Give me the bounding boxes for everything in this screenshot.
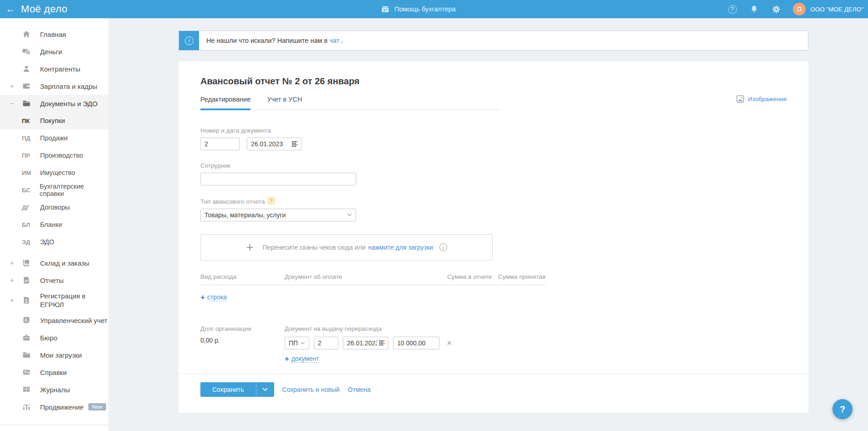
help-button[interactable]: ? <box>727 4 737 14</box>
overspend-amount-input[interactable] <box>393 337 439 349</box>
images-link-label: Изображения <box>748 96 786 103</box>
images-link[interactable]: Изображения <box>736 95 786 103</box>
subitem-code: ПД <box>22 135 40 142</box>
svg-text:₽: ₽ <box>25 318 27 323</box>
expand-plus-icon[interactable]: + <box>10 296 14 305</box>
expand-plus-icon[interactable]: + <box>10 259 14 267</box>
sidebar-item-promotion[interactable]: Продвижение New <box>0 398 108 416</box>
sidebar-item-documents-edo[interactable]: − Документы и ЭДО <box>0 95 108 112</box>
sidebar-item-warehouse[interactable]: + Склад и заказы <box>0 254 108 272</box>
new-badge: New <box>88 403 106 410</box>
save-and-new-link[interactable]: Сохранить и новый <box>282 386 340 393</box>
sidebar: Главная ₽ Деньги Контрагенты + <box>0 18 108 431</box>
tab-usn-accounting[interactable]: Учет в УСН <box>267 96 302 109</box>
notifications-button[interactable] <box>749 4 759 14</box>
chat-link[interactable]: чат <box>329 37 339 44</box>
subitem-label: Договоры <box>40 204 70 211</box>
save-split-button[interactable]: Сохранить <box>200 382 274 397</box>
sidebar-subitem-blanks[interactable]: БЛ Бланки <box>0 216 108 233</box>
plus-icon: + <box>200 293 205 301</box>
sidebar-label: Контрагенты <box>40 65 80 73</box>
sidebar-item-egrul-registration[interactable]: + Регистрация в ЕГРЮЛ <box>0 289 108 312</box>
app-logo[interactable]: Моё дело <box>21 3 67 15</box>
top-right-controls: ? O <box>727 0 863 18</box>
employee-block: Сотрудник <box>200 162 786 185</box>
sidebar-subitem-contracts[interactable]: ДГ Договоры <box>0 199 108 216</box>
sidebar-item-money[interactable]: ₽ Деньги <box>0 43 108 60</box>
cart-icon <box>22 258 31 267</box>
sidebar-item-home[interactable]: Главная <box>0 26 108 43</box>
save-button[interactable]: Сохранить <box>200 382 256 397</box>
tab-editing[interactable]: Редактирование <box>200 96 250 110</box>
book-icon <box>22 385 31 394</box>
subitem-code: ПК <box>22 118 40 124</box>
documents-submenu: ПК Покупки ПД Продажи ПР Производство ИМ… <box>0 112 108 251</box>
folder-icon <box>22 350 31 359</box>
expense-table-header: Вид расхода Документ об оплате Сумма в о… <box>200 273 546 285</box>
subitem-label: Имущество <box>40 169 75 176</box>
receipt-upload-dropzone[interactable]: + Перенесите сканы чеков сюда или нажмит… <box>200 234 493 261</box>
sidebar-label: Деньги <box>40 48 62 56</box>
sidebar-item-reports[interactable]: + Отчеты <box>0 272 108 289</box>
calendar-icon[interactable] <box>379 340 385 346</box>
subitem-label: Покупки <box>40 117 65 124</box>
info-icon[interactable]: i <box>439 243 447 251</box>
back-arrow-icon[interactable]: ← <box>0 4 21 15</box>
sidebar-label: Справки <box>40 369 67 376</box>
add-document-link[interactable]: + документ <box>285 355 319 363</box>
wallet-icon <box>22 82 31 91</box>
overspend-doc-number-input[interactable] <box>314 337 338 349</box>
remove-document-button[interactable]: × <box>447 338 452 348</box>
info-banner: i Не нашли что искали? Напишите нам в ча… <box>179 31 808 51</box>
subitem-code: ДГ <box>22 204 40 211</box>
sidebar-item-salary[interactable]: + Зарплата и кадры <box>0 77 108 95</box>
cancel-link[interactable]: Отмена <box>348 386 371 393</box>
report-check-icon <box>22 276 31 285</box>
overspend-label: Документ на выдачу перерасхода <box>285 325 452 332</box>
plus-icon: + <box>285 355 289 363</box>
sidebar-subitem-purchases[interactable]: ПК Покупки <box>0 112 108 129</box>
sidebar-subitem-property[interactable]: ИМ Имущество <box>0 164 108 181</box>
info-icon: i <box>185 36 194 45</box>
collapse-minus-icon[interactable]: − <box>10 100 14 107</box>
upload-link[interactable]: нажмите для загрузки <box>368 244 433 251</box>
sidebar-subitem-production[interactable]: ПР Производство <box>0 147 108 164</box>
sidebar-item-my-uploads[interactable]: Мои загрузки <box>0 346 108 364</box>
expand-plus-icon[interactable]: + <box>10 277 14 284</box>
report-type-select[interactable]: Товары, материалы, услуги <box>200 209 356 221</box>
support-chat-button[interactable]: ? <box>832 399 853 419</box>
calendar-icon[interactable] <box>292 141 298 147</box>
money-icon: ₽ <box>22 47 31 56</box>
field-help-icon[interactable]: ? <box>268 197 275 204</box>
document-type-select[interactable]: ПП <box>285 337 309 349</box>
document-number-input[interactable] <box>200 138 240 150</box>
employee-label: Сотрудник <box>200 162 786 169</box>
organization-name: ООО "МОЕ ДЕЛО" <box>810 6 863 13</box>
sidebar-item-bureau[interactable]: Бюро <box>0 329 108 346</box>
sidebar-item-certificates[interactable]: Справки <box>0 364 108 381</box>
subitem-label: Производство <box>40 152 83 159</box>
sidebar-subitem-accounting-certs[interactable]: БС Бухгалтерские справки <box>0 181 108 199</box>
sidebar-label: Продвижение <box>40 403 84 411</box>
sidebar-item-management-accounting[interactable]: ₽ Управленческий учет <box>0 312 108 329</box>
folder-icon <box>22 99 31 108</box>
account-menu[interactable]: O ООО "МОЕ ДЕЛО" <box>793 3 863 15</box>
registration-doc-icon <box>22 296 31 305</box>
sidebar-item-counterparties[interactable]: Контрагенты <box>0 60 108 77</box>
home-icon <box>22 30 31 39</box>
add-row-link[interactable]: + строка <box>200 293 227 301</box>
sidebar-item-journals[interactable]: Журналы <box>0 381 108 398</box>
expand-plus-icon[interactable]: + <box>10 82 14 90</box>
chevron-down-icon <box>262 388 268 391</box>
accountant-help-button[interactable]: Помощь бухгалтера <box>381 0 456 18</box>
sidebar-subitem-sales[interactable]: ПД Продажи <box>0 129 108 147</box>
save-options-button[interactable] <box>256 382 274 397</box>
column-amount-accepted: Сумма принятая <box>492 273 546 280</box>
tabs: Редактирование Учет в УСН <box>200 96 501 110</box>
sidebar-subitem-edo[interactable]: ЭД ЭДО <box>0 233 108 251</box>
settings-button[interactable] <box>771 4 781 14</box>
briefcase-icon <box>22 333 31 342</box>
overspend-document-block: Документ на выдачу перерасхода ПП <box>285 325 452 363</box>
id-card-icon <box>22 368 31 377</box>
employee-input[interactable] <box>200 173 356 185</box>
